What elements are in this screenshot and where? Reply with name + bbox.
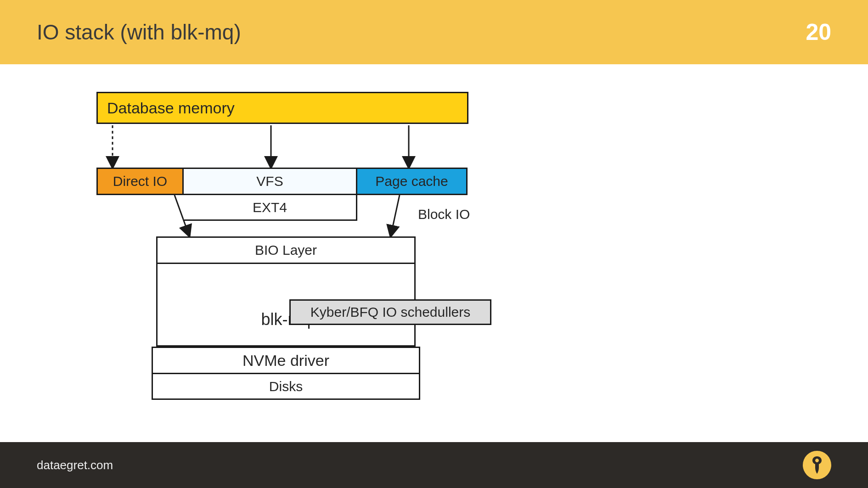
box-ext4: EXT4 — [184, 195, 357, 221]
box-nvme-driver: NVMe driver — [152, 347, 420, 374]
slide-title: IO stack (with blk-mq) — [37, 20, 241, 45]
box-database-memory: Database memory — [96, 92, 468, 124]
logo-icon — [803, 451, 831, 479]
slide-header: IO stack (with blk-mq) 20 — [0, 0, 868, 64]
slide-footer: dataegret.com — [0, 442, 868, 488]
label-block-io: Block IO — [418, 207, 470, 222]
box-vfs: VFS — [184, 168, 357, 195]
box-io-schedulers: Kyber/BFQ IO schedullers — [289, 299, 491, 325]
box-disks: Disks — [152, 374, 420, 400]
box-direct-io: Direct IO — [96, 168, 184, 195]
svg-line-4 — [391, 195, 400, 233]
diagram: Database memory Direct IO VFS EXT4 Page … — [96, 87, 510, 409]
box-bio-layer: BIO Layer — [156, 236, 416, 264]
box-page-cache: Page cache — [357, 168, 468, 195]
footer-url: dataegret.com — [37, 458, 113, 472]
page-number: 20 — [806, 19, 831, 45]
